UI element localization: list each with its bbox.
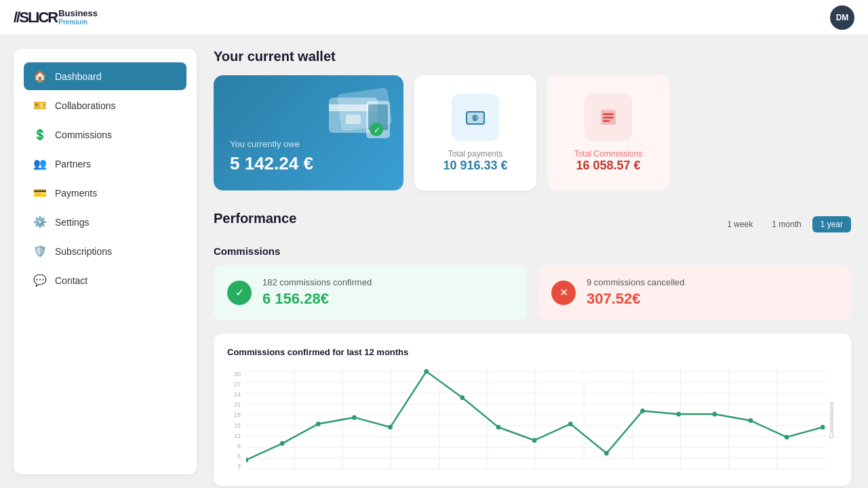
sidebar-item-label-contact: Contact — [55, 275, 87, 286]
chart-svg-container — [246, 368, 825, 472]
svg-point-44 — [496, 425, 501, 430]
svg-point-52 — [785, 434, 789, 439]
svg-point-39 — [316, 422, 321, 426]
sidebar-item-commissions[interactable]: 💲 Commissions — [24, 121, 186, 148]
svg-rect-15 — [603, 120, 610, 122]
svg-point-38 — [280, 441, 285, 446]
wallet-main-amount: 5 142.24 € — [230, 153, 387, 174]
svg-rect-13 — [603, 113, 614, 115]
chart-title: Commissions confirmed for last 12 months — [227, 347, 837, 357]
sidebar-item-partners[interactable]: 👥 Partners — [24, 150, 186, 178]
chart-container: Commissions confirmed for last 12 months… — [214, 333, 851, 486]
logo-text: Business Premium — [58, 9, 98, 26]
commission-cards: ✓ 182 commissions confirmed 6 156.28€ ✕ … — [214, 265, 851, 320]
payments-card-amount: 10 916.33 € — [443, 159, 507, 173]
svg-point-41 — [388, 425, 393, 430]
svg-point-48 — [640, 409, 645, 413]
svg-point-49 — [676, 412, 681, 417]
svg-point-43 — [460, 395, 465, 400]
commissions-card-icon — [585, 94, 632, 141]
wallet-illustration: ✓ — [309, 81, 397, 155]
svg-rect-14 — [603, 117, 614, 119]
sidebar-item-label-settings: Settings — [55, 217, 90, 228]
sidebar-item-label-collaborations: Collaborations — [55, 100, 116, 111]
time-filter-1month[interactable]: 1 month — [764, 216, 809, 232]
wallet-section-title: Your current wallet — [214, 49, 851, 64]
user-avatar[interactable]: DM — [830, 5, 854, 30]
svg-rect-3 — [346, 115, 361, 124]
payments-icon: 💳 — [33, 186, 47, 199]
svg-point-47 — [604, 451, 609, 455]
partners-icon: 👥 — [33, 157, 47, 170]
sidebar-item-label-partners: Partners — [55, 159, 91, 169]
commissions-card-label: Total Commissions — [574, 149, 643, 159]
svg-point-42 — [424, 369, 429, 374]
svg-point-45 — [532, 438, 537, 443]
svg-point-46 — [568, 422, 573, 426]
logo: //SLICR Business Premium — [14, 9, 98, 26]
time-filter-1year[interactable]: 1 year — [812, 216, 851, 232]
logo-business: Business — [58, 9, 98, 18]
cancelled-label: 9 commissions cancelled — [587, 277, 685, 287]
line-chart-svg — [246, 368, 825, 470]
logo-premium: Premium — [58, 18, 98, 26]
commissions-subtitle: Commissions — [214, 245, 851, 257]
time-filter-1week[interactable]: 1 week — [719, 216, 761, 232]
performance-header: Performance 1 week 1 month 1 year — [214, 211, 851, 237]
wallet-main-card: ✓ You currently owe 5 142.24 € — [214, 75, 403, 190]
svg-text:$: $ — [473, 115, 477, 122]
y-axis-title: Commissions — [828, 368, 837, 472]
svg-point-51 — [749, 418, 753, 423]
svg-point-50 — [712, 412, 717, 417]
main-content: Your current wallet — [197, 35, 868, 488]
cancelled-info: 9 commissions cancelled 307.52€ — [587, 277, 685, 308]
confirmed-label: 182 commissions confirmed — [262, 277, 372, 287]
sidebar-item-settings[interactable]: ⚙️ Settings — [24, 208, 186, 236]
collaborations-icon: 🎫 — [33, 99, 47, 112]
contact-icon: 💬 — [33, 274, 47, 287]
time-filters: 1 week 1 month 1 year — [719, 216, 851, 232]
wallet-payments-card: $ Total payments 10 916.33 € — [414, 75, 536, 190]
home-icon: 🏠 — [33, 70, 47, 83]
logo-slicr: //SLICR — [14, 9, 57, 26]
cancelled-commissions-card: ✕ 9 commissions cancelled 307.52€ — [538, 265, 851, 320]
chart-area: 30 27 24 21 18 15 12 9 6 3 — [227, 368, 837, 472]
x-icon: ✕ — [551, 281, 576, 305]
sidebar-item-label-subscriptions: Subscriptions — [55, 246, 112, 257]
svg-point-53 — [821, 425, 825, 430]
cancelled-amount: 307.52€ — [587, 290, 685, 308]
sidebar: 🏠 Dashboard 🎫 Collaborations 💲 Commissio… — [14, 49, 197, 474]
confirmed-info: 182 commissions confirmed 6 156.28€ — [262, 277, 372, 308]
settings-icon: ⚙️ — [33, 216, 47, 228]
sidebar-item-contact[interactable]: 💬 Contact — [24, 266, 186, 294]
sidebar-item-label-commissions: Commissions — [55, 129, 112, 140]
payments-card-icon: $ — [452, 94, 499, 141]
wallet-cards: ✓ You currently owe 5 142.24 € $ Total p… — [214, 75, 851, 190]
subscriptions-icon: 🛡️ — [33, 245, 47, 258]
sidebar-item-collaborations[interactable]: 🎫 Collaborations — [24, 92, 186, 119]
sidebar-item-payments[interactable]: 💳 Payments — [24, 179, 186, 207]
check-icon: ✓ — [227, 281, 252, 305]
sidebar-item-dashboard[interactable]: 🏠 Dashboard — [24, 62, 186, 90]
commissions-card-amount: 16 058.57 € — [574, 159, 643, 173]
confirmed-commissions-card: ✓ 182 commissions confirmed 6 156.28€ — [214, 265, 527, 320]
sidebar-item-label-payments: Payments — [55, 188, 97, 199]
confirmed-amount: 6 156.28€ — [262, 290, 372, 308]
svg-text:✓: ✓ — [374, 125, 380, 135]
y-axis-labels: 30 27 24 21 18 15 12 9 6 3 — [227, 368, 243, 472]
sidebar-item-subscriptions[interactable]: 🛡️ Subscriptions — [24, 237, 186, 265]
performance-title: Performance — [214, 211, 296, 226]
sidebar-item-label-dashboard: Dashboard — [55, 71, 102, 82]
header: //SLICR Business Premium DM — [0, 0, 868, 35]
main-layout: 🏠 Dashboard 🎫 Collaborations 💲 Commissio… — [0, 35, 868, 488]
payments-card-label: Total payments — [443, 149, 507, 159]
svg-point-40 — [352, 415, 357, 420]
commissions-icon: 💲 — [33, 128, 47, 141]
wallet-commissions-card: Total Commissions 16 058.57 € — [547, 75, 669, 190]
